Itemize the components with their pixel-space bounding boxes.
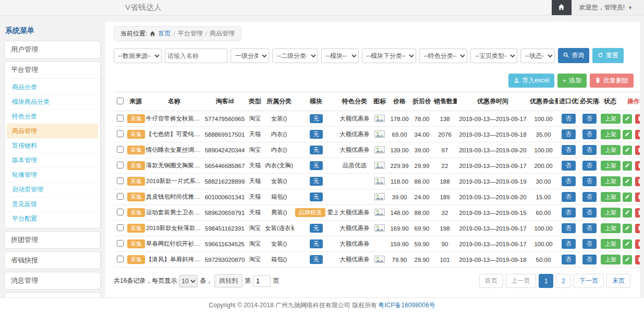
breadcrumb-home-link[interactable]: 首页 [158,29,171,38]
must-buy-toggle[interactable]: 否 [582,176,597,186]
import-select-toggle[interactable]: 否 [562,145,576,155]
row-checkbox[interactable] [117,162,124,168]
edit-button[interactable] [623,224,632,233]
page-button[interactable]: 上一页 [506,274,536,288]
must-buy-toggle[interactable]: 否 [582,223,597,233]
filter-category2-select[interactable]: --二级分类-- [272,49,318,63]
import-select-toggle[interactable]: 否 [562,192,576,202]
jump-button[interactable]: 跳转到 [214,274,242,287]
status-badge[interactable]: 上架 [601,239,621,249]
edit-button[interactable] [623,161,632,171]
sidebar-subitem[interactable]: 意见反馈 [7,197,98,211]
delete-button[interactable] [635,192,640,202]
must-buy-toggle[interactable]: 否 [582,145,597,155]
filter-feature-select[interactable]: --特色分类-- [419,49,467,63]
row-checkbox[interactable] [117,193,124,200]
home-button[interactable] [552,0,572,15]
select-all-checkbox[interactable] [117,98,124,104]
edit-button[interactable] [623,146,632,155]
delete-button[interactable] [635,177,640,186]
sidebar-item-user-management[interactable]: 用户管理 [4,41,101,58]
import-select-toggle[interactable]: 否 [562,114,576,124]
status-badge[interactable]: 上架 [601,114,621,124]
sidebar-subitem[interactable]: 宣传物料 [7,138,98,153]
delete-button[interactable] [635,146,640,155]
import-select-toggle[interactable]: 否 [562,129,576,139]
filter-module-select[interactable]: --模块-- [321,49,359,63]
row-checkbox[interactable] [117,115,124,122]
sidebar-subitem[interactable]: 商品分类 [7,80,98,94]
edit-button[interactable] [623,239,632,249]
reset-button[interactable]: 重置 [592,48,624,63]
status-badge[interactable]: 上架 [601,145,621,155]
edit-button[interactable] [623,208,632,218]
delete-button[interactable] [635,161,640,171]
must-buy-toggle[interactable]: 否 [582,129,597,139]
delete-button[interactable] [635,224,640,233]
row-checkbox[interactable] [117,130,124,137]
sidebar-item[interactable]: 拼团管理 [4,231,101,249]
delete-button[interactable] [635,130,640,139]
sidebar-item-platform-header[interactable]: 平台管理 [5,62,100,78]
sidebar-subitem[interactable]: 启动页管理 [7,182,98,197]
sidebar-item[interactable]: 消息管理 [4,272,101,290]
status-badge[interactable]: 上架 [601,208,621,218]
sidebar-subitem[interactable]: 版本管理 [7,153,98,167]
must-buy-toggle[interactable]: 否 [582,192,597,202]
import-select-toggle[interactable]: 否 [562,223,576,233]
sidebar-item[interactable]: 省钱快报 [4,251,101,269]
delete-button[interactable] [635,255,640,264]
sidebar-subitem[interactable]: 平台配置 [7,211,98,226]
import-select-toggle[interactable]: 否 [562,255,576,264]
import-excel-button[interactable]: 导入excel [508,74,554,88]
row-checkbox[interactable] [117,224,124,231]
row-checkbox[interactable] [117,256,124,262]
must-buy-toggle[interactable]: 否 [582,255,597,264]
import-select-toggle[interactable]: 否 [562,161,576,171]
icp-link[interactable]: 粤ICP备16098006号 [378,301,435,310]
search-button[interactable]: 查询 [558,48,589,63]
must-buy-toggle[interactable]: 否 [582,161,597,171]
per-page-select[interactable]: 10 [179,275,198,287]
page-button[interactable]: 首页 [479,274,503,288]
must-buy-toggle[interactable]: 否 [582,208,597,218]
status-badge[interactable]: 上架 [601,192,621,202]
must-buy-toggle[interactable]: 否 [582,114,597,124]
must-buy-toggle[interactable]: 否 [582,239,597,249]
row-checkbox[interactable] [117,209,124,215]
row-checkbox[interactable] [117,240,124,247]
status-badge[interactable]: 上架 [601,129,621,139]
name-search-input[interactable] [165,49,227,63]
edit-button[interactable] [623,192,632,202]
add-button[interactable]: + 添加 [557,74,587,88]
edit-button[interactable] [623,130,632,139]
filter-source-select[interactable]: --数据来源-- [114,49,162,63]
filter-status-select[interactable]: --状态-- [520,49,555,63]
page-button[interactable]: 1 [539,274,554,288]
import-select-toggle[interactable]: 否 [562,239,576,249]
row-checkbox[interactable] [117,146,124,153]
sidebar-subitem[interactable]: 模块商品分类 [7,94,98,109]
bulk-delete-button[interactable]: 批量删除 [590,74,634,88]
edit-button[interactable] [623,114,632,124]
edit-button[interactable] [623,255,632,264]
import-select-toggle[interactable]: 否 [562,176,576,186]
page-button[interactable]: 末页 [606,274,630,288]
sidebar-subitem[interactable]: 轮播管理 [7,167,98,182]
page-button[interactable]: 2 [556,274,571,288]
filter-module-sub-select[interactable]: --模块下分类-- [362,49,416,63]
filter-category1-select[interactable]: 一级分类 [230,49,269,63]
delete-button[interactable] [635,239,640,249]
delete-button[interactable] [635,208,640,218]
status-badge[interactable]: 上架 [601,176,621,186]
edit-button[interactable] [623,177,632,186]
sidebar-subitem[interactable]: 特色分类 [7,109,98,124]
user-menu[interactable]: 欢迎您，管理员! ▼ [572,0,644,15]
page-number-input[interactable] [253,275,271,287]
sidebar-subitem[interactable]: 商品管理 [7,124,98,138]
filter-item-type-select[interactable]: --宝贝类型-- [470,49,517,63]
row-checkbox[interactable] [117,177,124,184]
delete-button[interactable] [635,114,640,124]
status-badge[interactable]: 上架 [601,255,621,264]
import-select-toggle[interactable]: 否 [562,208,576,218]
